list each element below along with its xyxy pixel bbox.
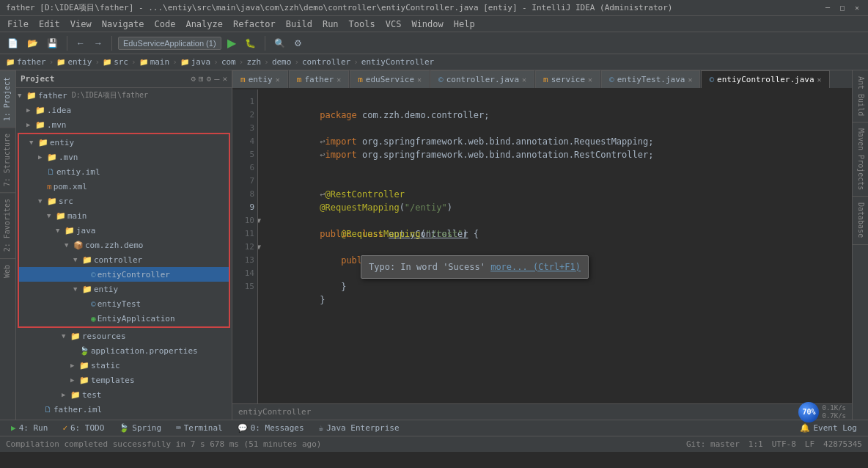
- tab-entiytest[interactable]: © entiyTest.java ✕: [601, 70, 700, 88]
- tree-java-folder[interactable]: ▼ 📁 java: [19, 223, 229, 238]
- status-position[interactable]: 1:1: [749, 439, 763, 449]
- run-config-selector[interactable]: EduServiceApplication (1): [118, 37, 221, 50]
- tab-entiycontroller[interactable]: © entiyController.java ✕: [701, 70, 829, 88]
- search-everywhere-button[interactable]: 🔍: [271, 37, 288, 50]
- tab-maven-projects[interactable]: Maven Projects: [853, 123, 868, 197]
- tab-run[interactable]: ▶ 4: Run: [4, 421, 54, 435]
- tree-entiytest-file[interactable]: © entiyTest: [19, 296, 229, 311]
- tab-eduservice[interactable]: m eduService ✕: [350, 70, 430, 88]
- minimize-button[interactable]: ─: [823, 4, 833, 12]
- menu-navigate[interactable]: Navigate: [98, 18, 149, 31]
- breadcrumb-zzh[interactable]: zzh: [246, 57, 261, 67]
- tree-main-folder[interactable]: ▼ 📁 main: [19, 208, 229, 223]
- menu-vcs[interactable]: VCS: [381, 18, 406, 31]
- toolbar-save-button[interactable]: 💾: [44, 37, 61, 50]
- breadcrumb-main[interactable]: 📁 main: [139, 57, 170, 67]
- toolbar-open-button[interactable]: 📂: [24, 37, 41, 50]
- tree-static-folder[interactable]: ▶ 📁 static: [16, 358, 232, 373]
- tree-entiy-subfolder[interactable]: ▼ 📁 entiy: [19, 282, 229, 296]
- tab-service[interactable]: m service ✕: [535, 70, 600, 88]
- fold-icon[interactable]: ▼: [258, 214, 261, 227]
- tab-close-icon[interactable]: ✕: [688, 76, 692, 84]
- tab-father[interactable]: m father ✕: [289, 70, 349, 88]
- tab-close-icon[interactable]: ✕: [417, 76, 422, 84]
- project-pin-icon[interactable]: ✕: [222, 74, 227, 84]
- tree-entiycontroller-file[interactable]: © entiyController: [19, 267, 229, 282]
- code-area[interactable]: package com.zzh.demo.controller; ↩import…: [258, 89, 852, 403]
- tab-web[interactable]: Web: [0, 258, 15, 284]
- tab-entiy[interactable]: m entiy ✕: [232, 70, 288, 88]
- tree-root-father[interactable]: ▼ 📁 father D:\IDEA项目\father: [16, 88, 232, 103]
- tree-controller-folder[interactable]: ▼ 📁 controller: [19, 252, 229, 267]
- tree-resources-folder[interactable]: ▼ 📁 resources: [16, 329, 232, 343]
- tree-package[interactable]: ▼ 📦 com.zzh.demo: [19, 238, 229, 252]
- tab-close-icon[interactable]: ✕: [817, 76, 822, 84]
- menu-analyze[interactable]: Analyze: [181, 18, 227, 31]
- menu-tools[interactable]: Tools: [345, 18, 380, 31]
- tree-entiy-folder[interactable]: ▼ 📁 entiy: [19, 135, 229, 150]
- tree-father-pom[interactable]: m pom.xml: [16, 417, 232, 420]
- tree-test-folder[interactable]: ▶ 📁 test: [16, 387, 232, 402]
- tree-father-iml[interactable]: 🗋 father.iml: [16, 402, 232, 417]
- menu-file[interactable]: File: [3, 18, 33, 31]
- menu-build[interactable]: Build: [282, 18, 317, 31]
- project-settings-icon[interactable]: ⚙: [191, 74, 196, 84]
- toolbar-forward-button[interactable]: →: [91, 37, 106, 50]
- tree-mvn-root[interactable]: ▶ 📁 .mvn: [16, 117, 232, 132]
- breadcrumb-src[interactable]: 📁 src: [103, 57, 128, 67]
- fold-icon[interactable]: ▼: [258, 241, 261, 254]
- tab-structure[interactable]: 7: Structure: [0, 127, 15, 192]
- project-layout-icon[interactable]: ⊞: [199, 74, 204, 84]
- tab-messages[interactable]: 💬 0: Messages: [231, 421, 311, 435]
- breadcrumb-demo[interactable]: demo: [272, 57, 292, 67]
- breadcrumb-controller[interactable]: controller: [302, 57, 350, 67]
- menu-run[interactable]: Run: [318, 18, 343, 31]
- maximize-button[interactable]: □: [837, 4, 847, 12]
- tab-close-icon[interactable]: ✕: [336, 76, 341, 84]
- settings-button[interactable]: ⚙: [291, 37, 305, 50]
- menu-view[interactable]: View: [66, 18, 96, 31]
- breadcrumb-father[interactable]: 📁 father: [6, 57, 46, 67]
- tab-java-enterprise[interactable]: ☕ Java Enterprise: [312, 421, 406, 435]
- tree-idea[interactable]: ▶ 📁 .idea: [16, 103, 232, 117]
- tab-close-icon[interactable]: ✕: [522, 76, 526, 84]
- tab-event-log[interactable]: 🔔 Event Log: [793, 421, 864, 435]
- menu-code[interactable]: Code: [150, 18, 180, 31]
- tree-src-folder[interactable]: ▼ 📁 src: [19, 194, 229, 208]
- status-encoding[interactable]: UTF-8: [772, 439, 796, 449]
- tab-spring[interactable]: 🍃 Spring: [112, 421, 168, 435]
- breadcrumb-entiycontroller[interactable]: entiyController: [361, 57, 434, 67]
- menu-help[interactable]: Help: [449, 18, 479, 31]
- tab-favorites[interactable]: 2: Favorites: [0, 192, 15, 257]
- tab-controller[interactable]: © controller.java ✕: [430, 70, 534, 88]
- tab-ant-build[interactable]: Ant Build: [853, 70, 868, 123]
- tree-entiy-iml[interactable]: 🗋 entiy.iml: [19, 164, 229, 179]
- menu-edit[interactable]: Edit: [34, 18, 65, 31]
- tree-entiy-mvn[interactable]: ▶ 📁 .mvn: [19, 150, 229, 164]
- status-git[interactable]: Git: master: [686, 439, 740, 449]
- window-controls[interactable]: ─ □ ✕: [823, 4, 862, 12]
- tree-entiyapp-file[interactable]: ◉ EntiyApplication: [19, 311, 229, 326]
- menu-refactor[interactable]: Refactor: [229, 18, 280, 31]
- breadcrumb-entiy[interactable]: 📁 entiy: [56, 57, 92, 67]
- toolbar-back-button[interactable]: ←: [73, 37, 88, 50]
- run-button[interactable]: ▶: [224, 36, 239, 50]
- breadcrumb-com[interactable]: com: [221, 57, 236, 67]
- tree-app-properties[interactable]: 🍃 application.properties: [16, 343, 232, 358]
- breadcrumb-java[interactable]: 📁 java: [180, 57, 211, 67]
- project-close-icon[interactable]: —: [214, 74, 219, 84]
- tab-todo[interactable]: ✓ 6: TODO: [56, 421, 111, 435]
- tab-close-icon[interactable]: ✕: [276, 76, 280, 84]
- toolbar-new-button[interactable]: 📄: [4, 37, 21, 50]
- tooltip-link[interactable]: more... (Ctrl+F1): [490, 262, 581, 272]
- menu-window[interactable]: Window: [407, 18, 447, 31]
- project-gear-icon[interactable]: ⚙: [207, 74, 212, 84]
- close-button[interactable]: ✕: [852, 4, 862, 12]
- tab-close-icon[interactable]: ✕: [588, 76, 592, 84]
- tab-project[interactable]: 1: Project: [0, 70, 15, 127]
- tree-templates-folder[interactable]: ▶ 📁 templates: [16, 373, 232, 387]
- debug-button[interactable]: 🐛: [242, 37, 259, 50]
- tab-database[interactable]: Database: [853, 197, 868, 244]
- tree-entiy-pom[interactable]: m pom.xml: [19, 179, 229, 194]
- tab-terminal[interactable]: ⌨ Terminal: [169, 421, 229, 435]
